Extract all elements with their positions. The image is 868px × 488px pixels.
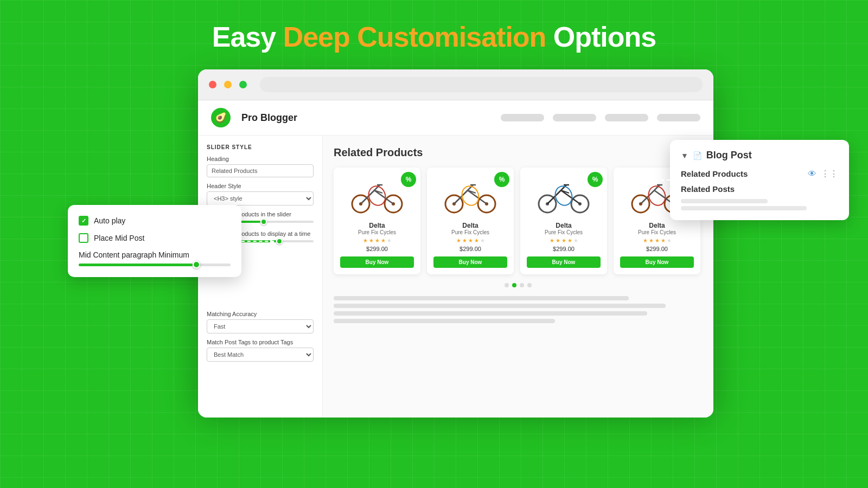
blog-post-item-icons: 👁 ⋮⋮ [808, 169, 838, 179]
buy-button-2[interactable]: Buy Now [433, 256, 507, 268]
bottom-settings: Matching Accuracy Fast Match Post Tags t… [207, 311, 314, 367]
product-price-3: $299.00 [527, 246, 601, 252]
arrow-left [241, 241, 274, 242]
slider-fill [79, 264, 193, 266]
eye-icon[interactable]: 👁 [808, 169, 816, 179]
content-lines [334, 296, 703, 323]
product-brand-3: Pure Fix Cycles [527, 229, 601, 235]
traffic-light-yellow[interactable] [224, 81, 232, 88]
nav-item-3[interactable] [605, 114, 648, 121]
site-name: Pro Blogger [241, 112, 297, 124]
dots-icon[interactable]: ⋮⋮ [821, 169, 838, 179]
dot-3[interactable] [520, 283, 524, 287]
header-style-select[interactable]: <H3> style [207, 191, 314, 206]
related-products-title: Related Products [334, 146, 703, 159]
product-badge-3: % [588, 172, 603, 187]
bike-icon-3 [537, 177, 591, 215]
product-badge-2: % [494, 172, 509, 187]
bike-icon-1 [350, 177, 404, 215]
traffic-light-green[interactable] [239, 81, 247, 88]
dot-4[interactable] [527, 283, 532, 287]
browser-chrome [198, 69, 713, 100]
title-highlight: Deep Customisation [283, 21, 546, 53]
content-line-4 [334, 319, 555, 323]
blog-sub-lines [681, 199, 838, 210]
browser-window: 🥑 Pro Blogger SLIDER STYLE Heading Heade… [198, 69, 713, 406]
slider-label: Mid Content paragraph Minimum [79, 251, 231, 259]
related-products-item: Related Products [681, 169, 748, 178]
site-logo: 🥑 [211, 108, 231, 127]
blog-sub-line-2 [681, 206, 807, 210]
product-stars-2: ★ ★ ★ ★ ★ [433, 237, 507, 243]
product-brand-4: Pure Fix Cycles [620, 229, 694, 235]
matching-accuracy-select[interactable]: Fast [207, 319, 314, 333]
blog-post-popup: ▼ 📄 Blog Post Related Products 👁 ⋮⋮ Rela… [670, 140, 849, 220]
product-price-1: $299.00 [340, 246, 414, 252]
buy-button-4[interactable]: Buy Now [620, 256, 694, 268]
nav-item-4[interactable] [657, 114, 700, 121]
product-brand-2: Pure Fix Cycles [433, 229, 507, 235]
blog-post-title: Blog Post [706, 150, 752, 161]
products-grid: % [334, 168, 703, 274]
product-card-1: % [334, 168, 420, 274]
bike-icon-2 [443, 177, 497, 215]
product-name-1: Delta [340, 222, 414, 229]
main-content-area: Related Products % [323, 136, 713, 418]
product-name-3: Delta [527, 222, 601, 229]
heading-label: Heading [207, 156, 314, 162]
blog-post-item-1: Related Products 👁 ⋮⋮ [681, 169, 838, 179]
dot-2[interactable] [512, 283, 516, 287]
settings-popup: Auto play Place Mid Post Mid Content par… [68, 205, 241, 277]
pagination-dots [334, 283, 703, 287]
address-bar[interactable] [260, 77, 703, 92]
browser-content: SLIDER STYLE Heading Header Style <H3> s… [198, 136, 713, 418]
product-price-4: $299.00 [620, 246, 694, 252]
nav-item-2[interactable] [553, 114, 596, 121]
content-line-3 [334, 311, 647, 316]
arrow-right [632, 179, 670, 181]
product-badge-1: % [401, 172, 416, 187]
slider-section: Mid Content paragraph Minimum [79, 251, 231, 266]
browser-nav: 🥑 Pro Blogger [198, 100, 713, 136]
buy-button-1[interactable]: Buy Now [340, 256, 414, 268]
svg-line-40 [641, 190, 654, 204]
dot-1[interactable] [505, 283, 509, 287]
related-posts-item: Related Posts [681, 184, 735, 194]
place-mid-post-checkbox[interactable] [79, 233, 88, 243]
product-card-2: % [427, 168, 514, 274]
match-tags-select[interactable]: Best Match [207, 348, 314, 362]
product-brand-1: Pure Fix Cycles [340, 229, 414, 235]
product-card-3: % [520, 168, 607, 274]
autoplay-label: Auto play [94, 216, 125, 225]
header-style-label: Header Style [207, 183, 314, 189]
logo-emoji: 🥑 [215, 112, 227, 124]
product-stars-1: ★ ★ ★ ★ ★ [340, 237, 414, 243]
product-stars-3: ★ ★ ★ ★ ★ [527, 237, 601, 243]
traffic-light-red[interactable] [209, 81, 216, 88]
title-part2: Options [546, 21, 656, 53]
content-line-1 [334, 296, 629, 300]
slider-style-title: SLIDER STYLE [207, 144, 314, 150]
blog-post-item-2: Related Posts [681, 184, 838, 194]
browser-wrapper: Auto play Place Mid Post Mid Content par… [155, 69, 713, 406]
matching-accuracy-label: Matching Accuracy [207, 311, 314, 317]
nav-item-1[interactable] [501, 114, 544, 121]
title-part1: Easy [212, 21, 283, 53]
slider-track[interactable] [79, 264, 231, 266]
buy-button-3[interactable]: Buy Now [527, 256, 601, 268]
num-products-thumb[interactable] [260, 219, 267, 225]
place-mid-post-label: Place Mid Post [94, 234, 144, 242]
page-icon: 📄 [693, 151, 702, 160]
nav-placeholders [501, 114, 700, 121]
autoplay-row: Auto play [79, 216, 231, 226]
product-name-4: Delta [620, 222, 694, 229]
product-stars-4: ★ ★ ★ ★ ★ [620, 237, 694, 243]
blog-sub-line-1 [681, 199, 768, 203]
slider-thumb[interactable] [193, 261, 200, 268]
heading-input[interactable] [207, 164, 314, 177]
page-title: Easy Deep Customisation Options [212, 0, 656, 69]
match-tags-label: Match Post Tags to product Tags [207, 339, 314, 345]
collapse-icon[interactable]: ▼ [681, 151, 688, 160]
autoplay-checkbox[interactable] [79, 216, 88, 226]
product-name-2: Delta [433, 222, 507, 229]
